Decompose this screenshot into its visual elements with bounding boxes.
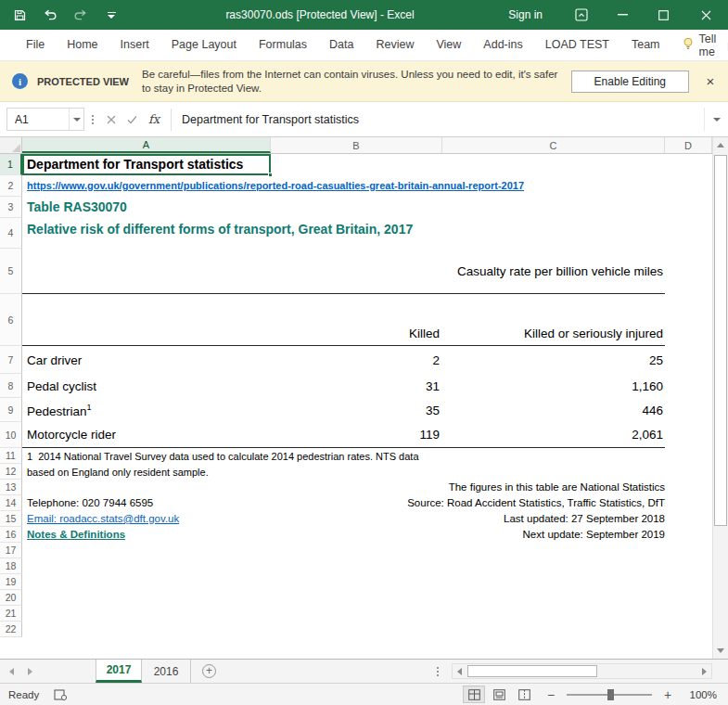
enable-editing-button[interactable]: Enable Editing (571, 70, 689, 93)
units-caption-cell[interactable]: Casualty rate per billion vehicle miles (22, 249, 665, 294)
zoom-level[interactable]: 100% (683, 689, 717, 700)
ribbon-tab-formulas[interactable]: Formulas (248, 30, 318, 60)
row-header-8[interactable]: 8 (0, 374, 22, 398)
next-sheet-icon[interactable] (28, 668, 32, 675)
row-label[interactable]: Motorcycle rider (22, 428, 263, 442)
page-break-preview-icon[interactable] (513, 686, 535, 703)
zoom-in-icon[interactable]: + (661, 687, 674, 702)
ribbon-tab-page-layout[interactable]: Page Layout (160, 30, 248, 60)
killed-value[interactable]: 31 (263, 379, 440, 393)
row-header-11[interactable]: 11 (0, 448, 22, 464)
ribbon-tab-team[interactable]: Team (620, 30, 671, 60)
tab-scrollbar-splitter[interactable] (437, 671, 439, 673)
ksi-value[interactable]: 446 (440, 404, 665, 417)
killed-value[interactable]: 35 (263, 404, 440, 417)
ribbon-tab-file[interactable]: File (15, 30, 56, 60)
tell-me-button[interactable]: Tell me (671, 30, 728, 60)
next-update-cell[interactable]: Next update: September 2019 (22, 527, 665, 543)
footnote-line-2[interactable]: based on England only resident sample. (27, 465, 209, 481)
row-header-14[interactable]: 14 (0, 495, 22, 511)
row-header-17[interactable]: 17 (0, 543, 22, 558)
scroll-left-icon[interactable] (453, 664, 466, 678)
ribbon-tab-view[interactable]: View (425, 30, 472, 60)
ribbon-tab-insert[interactable]: Insert (109, 30, 160, 60)
cell-table-code[interactable]: Table RAS30070 (27, 197, 127, 218)
row-header-1[interactable]: 1 (0, 154, 22, 175)
save-icon[interactable] (11, 6, 28, 24)
maximize-button[interactable] (643, 0, 683, 30)
column-header-c[interactable]: C (442, 137, 665, 153)
row-header-15[interactable]: 15 (0, 511, 22, 527)
row-header-5[interactable]: 5 (0, 249, 22, 294)
national-statistics-note[interactable]: The figures in this table are National S… (22, 480, 665, 495)
record-macro-icon[interactable] (54, 689, 67, 700)
row-header-6[interactable]: 6 (0, 294, 22, 346)
row-header-4[interactable]: 4 (0, 218, 22, 249)
enter-icon[interactable] (121, 108, 142, 131)
previous-sheet-icon[interactable] (9, 668, 14, 675)
ksi-value[interactable]: 25 (440, 353, 665, 367)
row-header-19[interactable]: 19 (0, 574, 22, 590)
ribbon-tab-load-test[interactable]: LOAD TEST (534, 30, 620, 60)
normal-view-icon[interactable] (463, 686, 485, 703)
minimize-button[interactable] (602, 0, 643, 30)
table-row-motorcycle-rider[interactable]: Motorcycle rider 119 2,061 (22, 422, 665, 448)
row-label[interactable]: Pedal cyclist (22, 379, 263, 393)
table-row-pedestrian[interactable]: Pedestrian1 35 446 (22, 398, 665, 422)
row-label[interactable]: Pedestrian1 (22, 403, 263, 418)
column-header-d[interactable]: D (665, 137, 712, 153)
insert-function-icon[interactable]: fx (142, 112, 166, 126)
ksi-column-header[interactable]: Killed or seriously injured (524, 327, 663, 340)
zoom-slider-thumb[interactable] (607, 689, 614, 700)
row-header-9[interactable]: 9 (0, 398, 22, 422)
column-header-b[interactable]: B (271, 137, 442, 153)
vertical-scrollbar[interactable] (712, 137, 728, 659)
formula-bar-splitter[interactable] (92, 119, 94, 121)
cell-source-link[interactable]: https://www.gov.uk/government/publicatio… (27, 175, 524, 197)
ribbon-tab-review[interactable]: Review (364, 30, 425, 60)
protected-view-close-icon[interactable]: × (700, 73, 721, 89)
name-box-dropdown-icon[interactable] (69, 109, 83, 130)
formula-input[interactable]: Department for Transport statistics (176, 113, 704, 126)
select-all-corner[interactable] (0, 137, 22, 153)
killed-value[interactable]: 119 (263, 428, 440, 442)
ribbon-tab-home[interactable]: Home (56, 30, 109, 60)
source-cell[interactable]: Source: Road Accident Statistics, Traffi… (22, 495, 665, 511)
last-updated-cell[interactable]: Last updated: 27 September 2018 (22, 511, 665, 527)
spreadsheet-grid[interactable]: ABCD 12345678910111213141516171819202122… (0, 137, 712, 659)
new-sheet-icon[interactable]: + (202, 664, 216, 678)
ribbon-display-options-icon[interactable] (561, 0, 602, 30)
row-header-3[interactable]: 3 (0, 197, 22, 218)
row-header-7[interactable]: 7 (0, 346, 22, 374)
close-button[interactable] (683, 0, 728, 30)
cell-subtitle[interactable]: Relative risk of different forms of tran… (27, 218, 413, 240)
column-header-a[interactable]: A (22, 137, 271, 153)
redo-icon[interactable] (72, 6, 89, 24)
undo-icon[interactable] (42, 6, 58, 24)
scroll-up-icon[interactable] (713, 137, 728, 153)
ksi-value[interactable]: 1,160 (440, 379, 665, 393)
zoom-out-icon[interactable]: − (544, 687, 557, 702)
scroll-right-icon[interactable] (697, 664, 711, 678)
expand-formula-bar-icon[interactable] (704, 108, 728, 131)
vertical-scrollbar-thumb[interactable] (714, 155, 727, 526)
ribbon-tab-data[interactable]: Data (318, 30, 364, 60)
row-label[interactable]: Car driver (22, 353, 263, 367)
horizontal-scrollbar-thumb[interactable] (467, 665, 597, 677)
table-row-pedal-cyclist[interactable]: Pedal cyclist 31 1,160 (22, 374, 665, 398)
ksi-value[interactable]: 2,061 (440, 428, 665, 442)
sheet-tab-2016[interactable]: 2016 (142, 660, 191, 683)
footnote-line-1[interactable]: 1 2014 National Travel Survey data used … (27, 449, 419, 465)
scroll-down-icon[interactable] (713, 643, 728, 659)
ribbon-tab-add-ins[interactable]: Add-ins (472, 30, 533, 60)
zoom-slider[interactable] (567, 686, 652, 703)
killed-value[interactable]: 2 (263, 353, 440, 367)
row-header-21[interactable]: 21 (0, 606, 22, 622)
cancel-icon[interactable] (101, 108, 121, 131)
row-header-10[interactable]: 10 (0, 422, 22, 448)
killed-column-header[interactable]: Killed (22, 327, 440, 340)
sheet-tab-2017[interactable]: 2017 (96, 660, 142, 683)
row-header-12[interactable]: 12 (0, 464, 22, 480)
row-header-2[interactable]: 2 (0, 175, 22, 197)
row-header-20[interactable]: 20 (0, 590, 22, 606)
